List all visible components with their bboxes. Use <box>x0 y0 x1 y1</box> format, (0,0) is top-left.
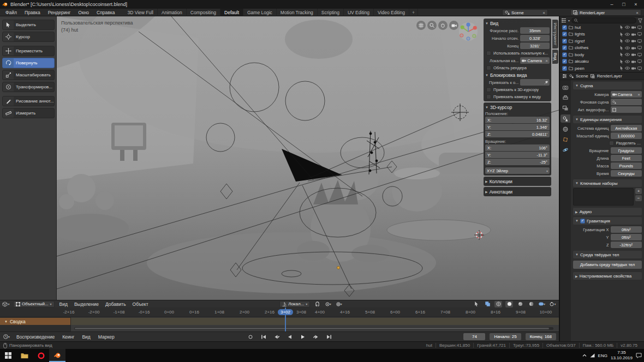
collection-checkbox[interactable]: ✓ <box>562 39 567 44</box>
outliner-search-input[interactable] <box>571 17 636 23</box>
timeline-tracks[interactable] <box>71 317 559 331</box>
lock-object-field[interactable] <box>520 79 550 86</box>
viewport-visibility-icon[interactable] <box>637 46 642 50</box>
timeline-menu-view[interactable]: Вид <box>80 334 92 340</box>
select-visible-icon[interactable] <box>473 301 480 307</box>
cursor-rot-y-field[interactable]: Y:-11.3° <box>485 152 550 158</box>
render-visibility-icon[interactable] <box>631 59 636 64</box>
cursor-y-field[interactable]: Y:1.346' <box>485 124 550 130</box>
unlink-layer-icon[interactable]: × <box>636 10 639 15</box>
menu-edit[interactable]: Правка <box>21 9 44 16</box>
outliner-row-rigref[interactable]: ✓ rigref <box>561 38 643 45</box>
workspace-tab[interactable]: UV Editing <box>344 9 374 16</box>
taskbar-clock[interactable]: 7:35 13.10.2019 <box>611 350 633 361</box>
workspace-tab[interactable]: Animation <box>158 9 187 16</box>
workspace-tab[interactable]: Motion Tracking <box>277 9 318 16</box>
filter-icon[interactable] <box>638 19 642 23</box>
output-tab-icon[interactable] <box>560 94 570 102</box>
tray-chevron-icon[interactable] <box>582 354 587 357</box>
world-tab-icon[interactable] <box>560 125 570 133</box>
sidebar-tab-view[interactable]: Вид <box>552 50 558 64</box>
timeline-horizontal-scrollbar[interactable] <box>74 327 553 330</box>
view-layer-selector[interactable]: RenderLayer × <box>570 9 641 16</box>
outliner-row-hut[interactable]: ✓ hut <box>561 24 643 31</box>
3d-viewport[interactable]: Пользовательская перспектива (74) hut ▼В… <box>57 16 559 300</box>
rotation-unit-dropdown[interactable]: Градусы <box>611 147 642 154</box>
play-reverse-button[interactable] <box>285 333 294 341</box>
outliner-row-clothes[interactable]: ✓ clothes <box>561 45 643 52</box>
opera-browser-icon[interactable] <box>33 349 49 362</box>
pan-hand-button[interactable] <box>438 21 448 30</box>
time-unit-dropdown[interactable]: Секунды <box>611 170 642 177</box>
timeline-ruler[interactable]: -2+16 -2+00 -1+08 -0+16 0+00 0+16 1+08 2… <box>0 307 559 317</box>
gravity-checkbox[interactable]: ✓ <box>580 219 585 224</box>
render-visibility-icon[interactable] <box>631 52 636 57</box>
hide-eye-icon[interactable] <box>625 66 630 70</box>
gravity-x-field[interactable]: 0ft/s² <box>611 226 642 233</box>
local-camera-field[interactable]: Camera × <box>520 57 550 64</box>
viewport-visibility-icon[interactable] <box>637 52 642 57</box>
render-region-checkbox[interactable] <box>486 65 491 70</box>
shading-material-icon[interactable] <box>516 301 524 307</box>
hide-eye-icon[interactable] <box>625 39 630 43</box>
panel-header-gravity[interactable]: ▼✓Гравитация <box>573 217 642 225</box>
cursor-x-field[interactable]: X:16.32' <box>485 117 550 123</box>
frame-start-field[interactable]: Начало: 25 <box>490 333 521 340</box>
panel-header-rigid-body[interactable]: ▼Среда твёрдых тел <box>573 251 642 258</box>
collection-checkbox[interactable]: ✓ <box>562 59 567 64</box>
play-button[interactable] <box>299 333 307 341</box>
lock-to-cursor-checkbox[interactable] <box>486 87 491 92</box>
view-layer-tab-icon[interactable] <box>560 104 570 112</box>
panel-header-collections[interactable]: ▶Коллекции <box>485 178 550 185</box>
render-tab-icon[interactable] <box>560 83 570 92</box>
current-frame-field[interactable]: 74 <box>463 333 485 340</box>
add-rigid-body-world-button[interactable]: Добавить среду твёрдых тел <box>573 261 642 269</box>
unit-scale-field[interactable]: 1.000000 <box>611 132 642 139</box>
tool-scale[interactable]: Масштабировать <box>2 70 55 80</box>
hide-eye-icon[interactable] <box>625 32 630 37</box>
blender-taskbar-icon[interactable] <box>49 349 65 362</box>
viewport-menu-add[interactable]: Добавить <box>104 301 128 307</box>
focal-length-field[interactable]: 35mm <box>520 27 550 34</box>
editor-type-outliner-icon[interactable] <box>562 18 567 23</box>
workspace-tab[interactable]: Compositing <box>187 9 220 16</box>
viewport-visibility-icon[interactable] <box>637 66 642 70</box>
panel-header-view[interactable]: ▼Вид <box>485 20 550 27</box>
clip-start-field[interactable]: 0.328' <box>520 35 550 41</box>
unit-system-dropdown[interactable]: Английская <box>611 125 642 131</box>
xray-toggle-icon[interactable] <box>484 301 491 307</box>
selectable-icon[interactable] <box>620 46 623 50</box>
editor-type-timeline-icon[interactable]: ▾ <box>3 334 10 340</box>
render-visibility-icon[interactable] <box>631 32 636 37</box>
prev-keyframe-button[interactable] <box>272 333 281 341</box>
timeline-menu-playback[interactable]: Воспроизведение <box>15 334 56 340</box>
close-button[interactable]: × <box>630 1 642 8</box>
remove-keying-set-button[interactable]: − <box>635 195 642 201</box>
auto-keying-button[interactable] <box>246 333 255 341</box>
selectable-icon[interactable] <box>620 25 623 29</box>
camera-to-view-checkbox[interactable] <box>486 94 491 99</box>
cursor-z-field[interactable]: Z:0.04811' <box>485 131 550 137</box>
navigation-gizmo[interactable] <box>458 22 478 41</box>
add-workspace-button[interactable]: + <box>409 9 418 16</box>
next-keyframe-button[interactable] <box>312 333 320 341</box>
file-explorer-icon[interactable] <box>16 349 33 362</box>
panel-header-custom-properties[interactable]: ▶Настраиваемые свойства <box>573 272 642 280</box>
camera-view-button[interactable] <box>449 21 458 30</box>
viewport-menu-select[interactable]: Выделение <box>73 301 100 307</box>
overlays-toggle-icon[interactable]: ▾ <box>538 301 546 307</box>
menu-file[interactable]: Файл <box>2 9 20 16</box>
sidebar-tab-tool[interactable]: Инструмент <box>552 20 558 49</box>
physics-tab-icon[interactable] <box>560 146 570 154</box>
background-scene-field[interactable] <box>611 99 642 105</box>
collection-checkbox[interactable]: ✓ <box>562 32 567 37</box>
panel-header-annotations[interactable]: ▶Аннотации <box>485 188 550 195</box>
menu-help[interactable]: Справка <box>93 9 118 16</box>
editor-type-properties-icon[interactable] <box>562 74 567 79</box>
tool-rotate-active[interactable]: Повернуть <box>2 58 55 68</box>
menu-render[interactable]: Рендеринг <box>45 9 74 16</box>
selectable-icon[interactable] <box>620 59 623 64</box>
add-keying-set-button[interactable]: + <box>635 188 642 194</box>
viewport-menu-object[interactable]: Объект <box>131 301 150 307</box>
jump-to-end-button[interactable] <box>325 333 333 341</box>
